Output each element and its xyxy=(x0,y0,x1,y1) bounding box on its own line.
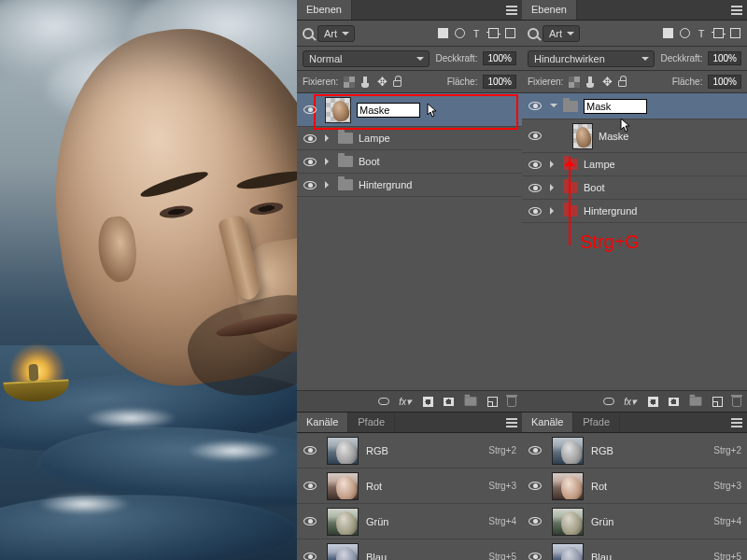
filter-type-dropdown[interactable]: Art xyxy=(543,25,580,42)
layer-name[interactable]: Hintergrund xyxy=(359,179,412,190)
visibility-icon[interactable] xyxy=(303,181,317,189)
visibility-icon[interactable] xyxy=(529,102,542,110)
tab-channels[interactable]: Kanäle xyxy=(297,413,348,432)
opacity-input[interactable]: 100% xyxy=(708,51,741,65)
adjustment-icon[interactable] xyxy=(669,398,679,406)
trash-icon[interactable] xyxy=(507,397,516,407)
layer-thumbnail[interactable] xyxy=(325,97,351,123)
visibility-icon[interactable] xyxy=(303,105,317,114)
channel-row[interactable]: Blau Strg+5 xyxy=(297,539,522,560)
layer-name[interactable]: Lampe xyxy=(584,159,615,170)
document-canvas[interactable] xyxy=(0,0,297,560)
filter-adjust-icon[interactable] xyxy=(678,27,691,40)
tab-paths[interactable]: Pfade xyxy=(573,413,620,432)
new-layer-icon[interactable] xyxy=(487,397,498,407)
layer-name[interactable]: Hintergrund xyxy=(584,205,637,217)
layer-row[interactable]: Lampe xyxy=(522,153,747,176)
disclosure-icon[interactable] xyxy=(550,161,557,168)
fill-input[interactable]: 100% xyxy=(483,75,516,89)
opacity-input[interactable]: 100% xyxy=(483,51,516,65)
layer-row-maske[interactable]: Maske xyxy=(522,119,747,153)
filter-pixel-icon[interactable] xyxy=(661,27,674,40)
lock-position-icon[interactable]: ✥ xyxy=(602,75,613,89)
disclosure-icon[interactable] xyxy=(550,104,557,111)
lock-pixels-icon[interactable] xyxy=(585,77,597,88)
layer-group-row[interactable]: Mask xyxy=(522,93,747,119)
disclosure-icon[interactable] xyxy=(325,158,332,165)
link-layers-icon[interactable] xyxy=(603,398,614,405)
tab-layers[interactable]: Ebenen xyxy=(522,0,577,20)
lock-transparent-icon[interactable] xyxy=(344,77,355,88)
blend-mode-dropdown[interactable]: Hindurchwirken xyxy=(528,50,655,67)
mask-icon[interactable] xyxy=(646,395,659,408)
visibility-icon[interactable] xyxy=(303,446,317,455)
visibility-icon[interactable] xyxy=(529,161,542,169)
visibility-icon[interactable] xyxy=(529,446,542,455)
new-layer-icon[interactable] xyxy=(712,397,723,407)
lock-transparent-icon[interactable] xyxy=(569,77,580,88)
panel-menu-icon[interactable] xyxy=(501,0,522,20)
channel-row[interactable]: RGB Strg+2 xyxy=(522,433,747,469)
disclosure-icon[interactable] xyxy=(325,134,332,142)
visibility-icon[interactable] xyxy=(529,184,542,192)
lock-pixels-icon[interactable] xyxy=(360,77,372,88)
visibility-icon[interactable] xyxy=(303,553,317,560)
layer-row[interactable]: Boot xyxy=(522,176,747,200)
filter-pixel-icon[interactable] xyxy=(436,27,449,40)
layer-row[interactable]: Hintergrund xyxy=(297,174,522,197)
trash-icon[interactable] xyxy=(732,397,741,407)
filter-type-icon[interactable]: T xyxy=(470,27,483,40)
lock-all-icon[interactable] xyxy=(618,80,627,87)
visibility-icon[interactable] xyxy=(303,517,317,525)
filter-shape-icon[interactable] xyxy=(712,27,725,40)
panel-menu-icon[interactable] xyxy=(501,413,522,432)
visibility-icon[interactable] xyxy=(529,482,542,490)
layer-row-maske[interactable]: Maske xyxy=(297,93,522,127)
panel-menu-icon[interactable] xyxy=(726,0,747,20)
filter-smart-icon[interactable] xyxy=(503,27,516,40)
fill-input[interactable]: 100% xyxy=(708,75,741,89)
panel-menu-icon[interactable] xyxy=(726,413,747,432)
new-group-icon[interactable] xyxy=(690,397,702,406)
channel-row[interactable]: Grün Strg+4 xyxy=(522,504,747,539)
disclosure-icon[interactable] xyxy=(550,207,557,215)
layer-name[interactable]: Boot xyxy=(584,182,605,193)
filter-type-icon[interactable]: T xyxy=(695,27,708,40)
adjustment-icon[interactable] xyxy=(444,398,454,406)
group-name-edit[interactable]: Mask xyxy=(584,99,647,114)
lock-position-icon[interactable]: ✥ xyxy=(377,75,388,89)
filter-shape-icon[interactable] xyxy=(486,27,500,40)
channel-row[interactable]: Blau Strg+5 xyxy=(522,539,747,560)
visibility-icon[interactable] xyxy=(303,134,317,143)
link-layers-icon[interactable] xyxy=(378,398,389,405)
mask-icon[interactable] xyxy=(421,395,434,408)
visibility-icon[interactable] xyxy=(529,517,542,525)
visibility-icon[interactable] xyxy=(303,482,317,490)
channel-row[interactable]: Grün Strg+4 xyxy=(297,504,522,539)
layer-row[interactable]: Boot xyxy=(297,150,522,174)
visibility-icon[interactable] xyxy=(529,132,542,140)
visibility-icon[interactable] xyxy=(529,553,542,560)
fx-icon[interactable]: fx▾ xyxy=(624,396,637,408)
new-group-icon[interactable] xyxy=(465,397,477,406)
filter-smart-icon[interactable] xyxy=(728,27,741,40)
tab-layers[interactable]: Ebenen xyxy=(297,0,352,20)
tab-channels[interactable]: Kanäle xyxy=(522,413,573,432)
disclosure-icon[interactable] xyxy=(550,184,557,191)
filter-adjust-icon[interactable] xyxy=(453,27,466,40)
channel-row[interactable]: Rot Strg+3 xyxy=(522,469,747,504)
lock-all-icon[interactable] xyxy=(393,80,402,87)
filter-type-dropdown[interactable]: Art xyxy=(317,25,355,42)
fx-icon[interactable]: fx▾ xyxy=(399,396,412,408)
blend-mode-dropdown[interactable]: Normal xyxy=(303,50,430,67)
tab-paths[interactable]: Pfade xyxy=(348,413,395,432)
layer-row[interactable]: Hintergrund xyxy=(522,200,747,223)
visibility-icon[interactable] xyxy=(303,158,317,166)
channel-row[interactable]: Rot Strg+3 xyxy=(297,469,522,504)
layer-name[interactable]: Boot xyxy=(359,156,380,167)
layer-name-edit[interactable]: Maske xyxy=(357,103,420,118)
channel-row[interactable]: RGB Strg+2 xyxy=(297,433,522,469)
layer-row[interactable]: Lampe xyxy=(297,127,522,150)
layer-thumbnail[interactable] xyxy=(572,123,593,149)
layer-name[interactable]: Lampe xyxy=(359,133,390,144)
